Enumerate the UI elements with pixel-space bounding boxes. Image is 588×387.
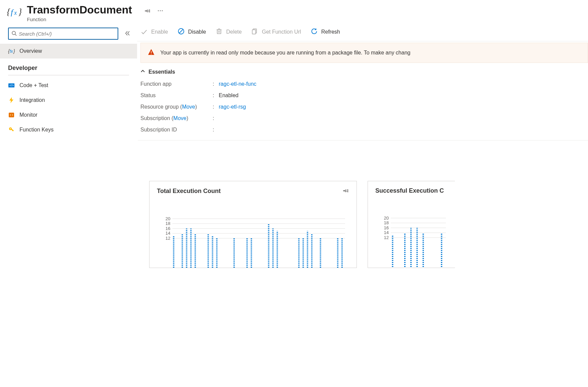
search-icon xyxy=(11,31,17,37)
more-button[interactable] xyxy=(157,7,164,14)
main-content: Enable Disable Delete xyxy=(137,25,588,387)
delete-button: Delete xyxy=(215,28,242,36)
sidebar-item-overview[interactable]: {fx} Overview xyxy=(0,44,137,59)
svg-point-5 xyxy=(160,10,161,11)
svg-line-23 xyxy=(179,30,183,33)
alert-text: Your app is currently in read only mode … xyxy=(160,50,410,56)
svg-marker-14 xyxy=(9,97,13,103)
ess-label: Status xyxy=(140,92,213,99)
svg-point-17 xyxy=(12,115,13,116)
search-input[interactable] xyxy=(19,31,115,37)
get-function-url-button: Get Function Url xyxy=(251,28,301,36)
toolbar-label: Enable xyxy=(151,29,168,35)
svg-point-16 xyxy=(10,115,11,116)
svg-text:f: f xyxy=(11,8,14,16)
svg-text:x: x xyxy=(14,9,17,16)
sidebar-item-label: Code + Test xyxy=(19,82,48,88)
ess-value: Enabled xyxy=(219,92,239,99)
svg-text:12: 12 xyxy=(166,236,170,241)
section-developer: Developer xyxy=(0,59,137,74)
sidebar-item-label: Function Keys xyxy=(19,127,53,133)
warning-icon xyxy=(148,48,155,57)
key-icon xyxy=(8,126,15,133)
enable-button: Enable xyxy=(140,28,168,36)
readonly-alert: Your app is currently in read only mode … xyxy=(140,43,588,63)
essentials-title: Essentials xyxy=(149,69,175,75)
chart-plot: 1214161820 xyxy=(375,213,448,267)
collapse-sidebar-button[interactable] xyxy=(124,30,130,37)
monitor-icon xyxy=(8,112,15,118)
sidebar: {fx} Overview Developer </> Code + Test … xyxy=(0,25,137,387)
ess-label: Subscription (Move) xyxy=(140,115,213,121)
svg-text:14: 14 xyxy=(384,230,389,235)
page-title: TransformDocument xyxy=(27,4,132,16)
svg-text:14: 14 xyxy=(166,231,170,236)
svg-text:fx: fx xyxy=(10,49,13,54)
copy-icon xyxy=(251,28,258,36)
svg-rect-15 xyxy=(9,113,14,117)
sidebar-item-integration[interactable]: Integration xyxy=(0,93,137,108)
svg-text:16: 16 xyxy=(384,225,389,230)
ess-value-link[interactable]: ragc-etl-ne-func xyxy=(219,81,256,87)
chevron-up-icon xyxy=(140,69,145,75)
svg-rect-24 xyxy=(217,30,221,34)
sidebar-item-label: Integration xyxy=(19,97,45,103)
essentials-row-status: Status : Enabled xyxy=(140,90,588,101)
ess-label: Function app xyxy=(140,81,213,87)
toolbar-label: Disable xyxy=(188,29,206,35)
ess-label: Subscription ID xyxy=(140,127,213,133)
command-bar: Enable Disable Delete xyxy=(137,25,588,41)
toolbar-label: Delete xyxy=(226,29,242,35)
charts-row: Total Execution Count 1214161820 Success… xyxy=(137,141,588,268)
essentials-row-function-app: Function app : ragc-etl-ne-func xyxy=(140,78,588,90)
page-header: { f x } TransformDocument Function xyxy=(0,0,588,25)
svg-rect-32 xyxy=(151,51,152,53)
disable-button[interactable]: Disable xyxy=(177,28,206,36)
lightning-icon xyxy=(8,97,15,104)
sidebar-item-monitor[interactable]: Monitor xyxy=(0,108,137,122)
svg-rect-30 xyxy=(252,30,256,34)
function-fx-icon: { f x } xyxy=(7,5,22,20)
svg-point-19 xyxy=(10,128,11,129)
svg-line-8 xyxy=(15,34,16,36)
ess-value-link[interactable]: ragc-etl-rsg xyxy=(219,104,246,110)
page-subtitle: Function xyxy=(27,16,132,22)
svg-text:20: 20 xyxy=(384,216,389,221)
svg-text:18: 18 xyxy=(166,221,170,226)
chart-title: Total Execution Count xyxy=(157,188,221,195)
trash-icon xyxy=(215,28,223,36)
chart-title: Successful Execution C xyxy=(375,187,444,194)
pin-button[interactable] xyxy=(144,7,151,14)
pin-chart-button[interactable] xyxy=(342,187,349,195)
sidebar-item-function-keys[interactable]: Function Keys xyxy=(0,122,137,137)
essentials-row-resource-group: Resource group (Move) : ragc-etl-rsg xyxy=(140,101,588,113)
toolbar-label: Refresh xyxy=(321,29,340,35)
essentials-toggle[interactable]: Essentials xyxy=(140,69,588,78)
svg-text:}: } xyxy=(18,6,22,17)
divider xyxy=(8,75,129,75)
fx-icon: {fx} xyxy=(8,48,15,54)
svg-text:20: 20 xyxy=(166,216,170,221)
sidebar-item-code-test[interactable]: </> Code + Test xyxy=(0,78,137,93)
svg-point-4 xyxy=(158,10,159,11)
chart-card-total-execution: Total Execution Count 1214161820 xyxy=(149,181,357,268)
svg-text:18: 18 xyxy=(384,220,389,225)
svg-text:16: 16 xyxy=(166,226,170,231)
svg-rect-33 xyxy=(151,54,152,54)
search-box[interactable] xyxy=(8,28,118,40)
svg-text:</>: </> xyxy=(9,84,14,87)
toolbar-label: Get Function Url xyxy=(262,29,301,35)
refresh-button[interactable]: Refresh xyxy=(310,28,340,36)
move-link[interactable]: Move xyxy=(182,104,195,110)
svg-text:}: } xyxy=(13,48,15,54)
move-link[interactable]: Move xyxy=(173,115,186,121)
svg-point-6 xyxy=(162,10,163,11)
svg-text:12: 12 xyxy=(384,235,389,240)
chart-card-successful-execution: Successful Execution C 1214161820 xyxy=(368,181,455,268)
sidebar-item-label: Monitor xyxy=(19,112,37,118)
disable-icon xyxy=(177,28,185,36)
refresh-icon xyxy=(310,28,318,36)
essentials-row-subscription-id: Subscription ID : xyxy=(140,124,588,136)
svg-point-7 xyxy=(12,31,15,35)
ess-label: Resource group (Move) xyxy=(140,104,213,110)
